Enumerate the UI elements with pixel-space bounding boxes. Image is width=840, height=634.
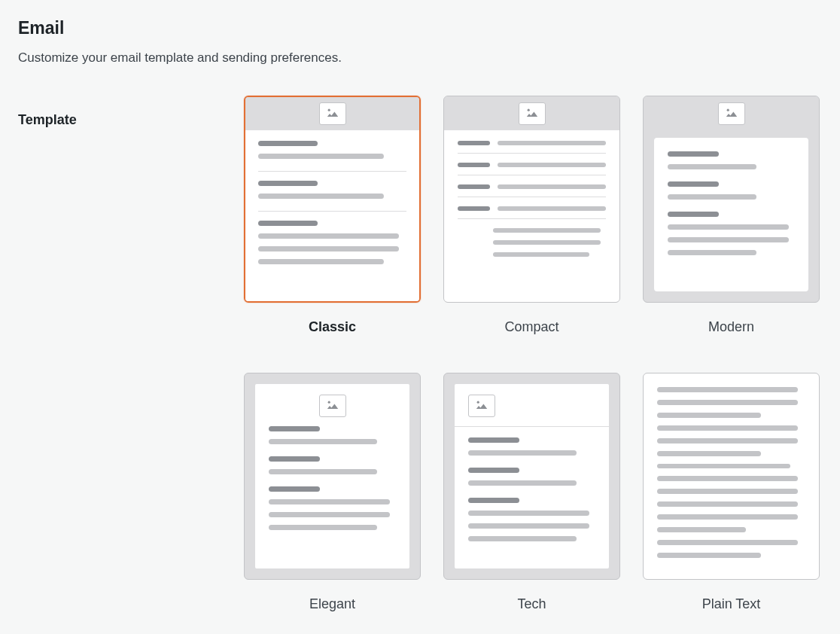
template-preview-compact bbox=[443, 96, 620, 303]
template-option-compact[interactable]: Compact bbox=[443, 96, 620, 335]
template-option-classic[interactable]: Classic bbox=[244, 96, 421, 335]
template-preview-tech bbox=[443, 373, 620, 580]
template-section-label: Template bbox=[18, 96, 221, 128]
template-option-tech[interactable]: Tech bbox=[443, 373, 620, 612]
template-label: Plain Text bbox=[702, 596, 761, 612]
svg-point-0 bbox=[327, 108, 330, 111]
image-placeholder-icon bbox=[718, 102, 745, 125]
template-label: Classic bbox=[309, 319, 356, 335]
template-option-plaintext[interactable]: Plain Text bbox=[643, 373, 820, 612]
template-preview-plaintext bbox=[643, 373, 820, 580]
template-option-elegant[interactable]: Elegant bbox=[244, 373, 421, 612]
page-description: Customize your email template and sendin… bbox=[18, 50, 822, 66]
svg-point-4 bbox=[477, 401, 479, 404]
template-label: Tech bbox=[517, 596, 546, 612]
image-placeholder-icon bbox=[319, 102, 346, 125]
template-label: Compact bbox=[504, 319, 558, 335]
template-label: Elegant bbox=[309, 596, 355, 612]
svg-point-2 bbox=[726, 108, 729, 111]
templates-grid: Classic bbox=[244, 96, 820, 612]
template-setting-row: Template Classic bbox=[18, 96, 822, 612]
template-preview-elegant bbox=[244, 373, 421, 580]
template-option-modern[interactable]: Modern bbox=[643, 96, 820, 335]
template-label: Modern bbox=[708, 319, 754, 335]
template-preview-classic bbox=[244, 96, 421, 303]
image-placeholder-icon bbox=[468, 395, 495, 417]
image-placeholder-icon bbox=[319, 395, 346, 417]
template-preview-modern bbox=[643, 96, 820, 303]
svg-point-3 bbox=[327, 401, 330, 404]
image-placeholder-icon bbox=[519, 102, 546, 125]
svg-point-1 bbox=[527, 108, 529, 111]
page-title: Email bbox=[18, 18, 822, 38]
